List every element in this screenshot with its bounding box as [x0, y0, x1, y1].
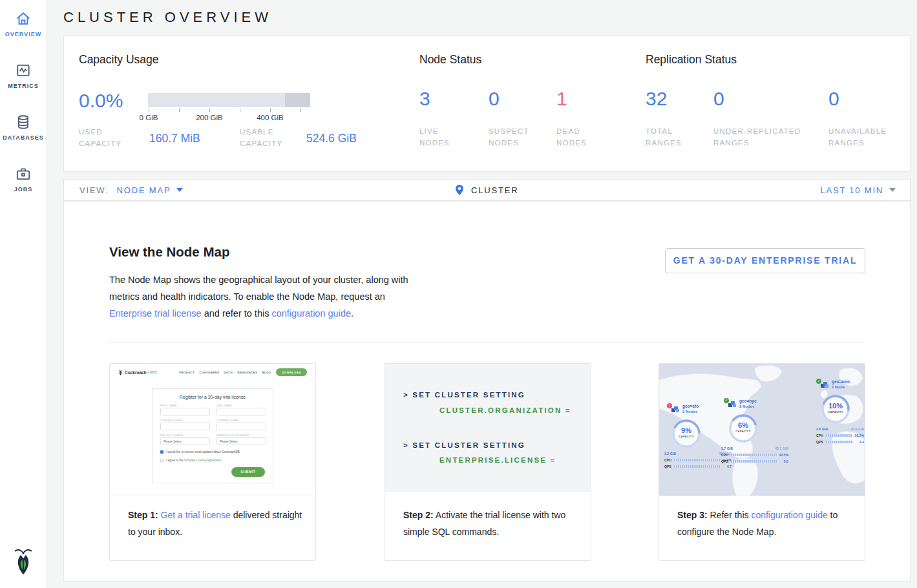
mini-site-header: Cockroach LABS PRODUCT CUSTOMERS DOCS RE… [110, 364, 315, 381]
suspect-nodes-label: SUSPECT NODES [489, 125, 540, 149]
cluster-summary-panel: Capacity Usage 0.0% 0 GiB 200 GiB 400 Gi… [63, 36, 911, 172]
qps-value: 0.0 [779, 459, 788, 463]
step1-screenshot: Cockroach LABS PRODUCT CUSTOMERS DOCS RE… [110, 364, 315, 496]
breadcrumb: CLUSTER [64, 185, 910, 195]
unavailable-ranges-value: 0 [828, 88, 839, 110]
mini-nav-customers: CUSTOMERS [199, 371, 219, 374]
usable-capacity-label: USABLE CAPACITY [240, 126, 298, 149]
mini-field-label: REASON FOR INTEREST [216, 434, 249, 437]
mini-checkbox-checked [160, 450, 163, 454]
capacity-donut: 10% CAPACITY [819, 392, 852, 426]
mini-nav: PRODUCT CUSTOMERS DOCS RESOURCES BLOG [179, 371, 271, 374]
node-status-title: Node Status [419, 53, 481, 67]
usable-capacity-value: 524.6 GiB [306, 132, 357, 145]
get-trial-license-link[interactable]: Get a trial license [161, 510, 231, 520]
enterprise-trial-button[interactable]: GET A 30-DAY ENTERPRISE TRIAL [665, 248, 865, 273]
mini-nav-product: PRODUCT [179, 371, 195, 374]
description-text: and refer to this [202, 308, 272, 319]
mini-cockroach-logo-icon [118, 366, 123, 378]
total-capacity: 36.6 GiB [850, 427, 864, 431]
mini-checkbox1-text: I would like to receive email updates ab… [166, 450, 240, 454]
mini-brand-suffix: LABS [148, 370, 157, 374]
sidebar-label-databases: DATABASES [0, 134, 47, 141]
node-cube-icon [671, 406, 680, 414]
mini-field-label: LAST NAME [216, 404, 232, 407]
total-ranges-label: TOTAL RANGES [646, 125, 697, 149]
mini-field-label: FIRST NAME [160, 404, 177, 407]
home-icon [0, 10, 47, 27]
description-text: . [351, 308, 353, 319]
mini-input [216, 423, 266, 430]
suspect-nodes-value: 0 [489, 88, 500, 110]
dead-nodes-label: DEAD NODES [556, 125, 602, 149]
description-text: The Node Map shows the geographical layo… [109, 275, 408, 302]
sidebar-label-metrics: METRICS [0, 83, 47, 89]
node-map-description: The Node Map shows the geographical layo… [109, 271, 414, 322]
step1-card: Cockroach LABS PRODUCT CUSTOMERS DOCS RE… [109, 363, 316, 561]
capacity-percent: 10% [819, 402, 852, 410]
mini-submit-button: SUBMIT [231, 467, 265, 477]
cpu-bar [674, 459, 721, 462]
mini-form-title: Register for a 30-day trial license [153, 395, 273, 399]
sql-value: ENTERPRISE.LICENSE = [439, 456, 556, 464]
total-ranges-value: 32 [646, 88, 667, 110]
cpu-label: CPU [664, 458, 672, 462]
dead-nodes-value: 1 [556, 88, 567, 110]
mini-field-label: PROJECT PHASE [160, 434, 183, 437]
mini-registration-form: Register for a 30-day trial license FIRS… [152, 388, 273, 483]
step2-card: > SET CLUSTER SETTING CLUSTER.ORGANIZATI… [385, 363, 591, 561]
sidebar-item-metrics[interactable]: METRICS [0, 62, 47, 89]
capacity-tick-0: 0 GiB [134, 114, 163, 121]
locality-name: geo=ams [832, 379, 850, 384]
node-map-preview: ! geo=sfo 2 Nodes 9% CAPACITY 3.2 GiB351… [659, 364, 865, 496]
qps-label: QPS [664, 465, 672, 468]
used-capacity: 3.2 GiB [664, 452, 676, 456]
live-nodes-value: 3 [419, 88, 430, 110]
sidebar-label-overview: OVERVIEW [0, 31, 47, 37]
sidebar-item-databases[interactable]: DATABASES [0, 114, 47, 141]
mini-input [160, 423, 210, 430]
step3-caption: Step 3: Refer this configuration guide t… [659, 496, 865, 540]
location-pin-icon [456, 185, 471, 195]
qps-metric: QPS4.4 [816, 440, 864, 444]
sidebar-item-overview[interactable]: OVERVIEW [0, 10, 47, 37]
replication-status-title: Replication Status [646, 53, 737, 67]
node-map-panel: View the Node Map The Node Map shows the… [63, 201, 911, 582]
used-capacity-label: USED CAPACITY [79, 126, 131, 149]
capacity-values: 3.6 GiB36.6 GiB [816, 427, 864, 431]
used-capacity: 3.6 GiB [816, 427, 828, 431]
capacity-bar-segment [285, 93, 310, 107]
capacity-label: CAPACITY [726, 430, 760, 433]
live-nodes-label: LIVE NODES [419, 125, 465, 149]
step2-label: Step 2: [403, 510, 434, 520]
node-cube-icon [728, 401, 737, 408]
locality-name: geo=sfo [682, 404, 699, 408]
mini-download-button: DOWNLOAD [276, 368, 307, 376]
capacity-donut: 9% CAPACITY [669, 417, 703, 450]
divider [109, 342, 865, 343]
mini-license-link: Software License Agreement. [184, 459, 222, 462]
cpu-label: CPU [721, 453, 729, 457]
qps-metric: QPS4.7 [664, 465, 732, 468]
cpu-label: CPU [816, 434, 824, 437]
capacity-percent: 9% [669, 426, 703, 434]
mini-select: Please Select [216, 437, 266, 445]
sidebar-item-jobs[interactable]: JOBS [0, 165, 47, 193]
sql-code-block: > SET CLUSTER SETTING CLUSTER.ORGANIZATI… [385, 364, 591, 492]
enterprise-trial-license-link[interactable]: Enterprise trial license [109, 308, 202, 319]
cpu-bar [826, 434, 852, 437]
qps-value: 4.4 [855, 440, 864, 444]
configuration-guide-link[interactable]: configuration guide [271, 308, 351, 319]
sidebar: OVERVIEW METRICS DATABASES [0, 0, 47, 588]
under-replicated-ranges-value: 0 [713, 88, 724, 110]
under-replicated-ranges-label: UNDER-REPLICATED RANGES [713, 125, 817, 149]
step3-text: Refer this [708, 510, 752, 520]
qps-value: 4.7 [722, 465, 732, 468]
breadcrumb-cluster: CLUSTER [471, 185, 518, 195]
qps-bar [826, 441, 853, 444]
cockroach-logo [0, 547, 47, 578]
mini-select: Please Select [160, 437, 210, 445]
unavailable-ranges-label: UNAVAILABLE RANGES [828, 125, 906, 149]
mini-checkbox2-text: I agree to the Software License Agreemen… [166, 459, 222, 462]
configuration-guide-link[interactable]: configuration guide [751, 510, 827, 520]
